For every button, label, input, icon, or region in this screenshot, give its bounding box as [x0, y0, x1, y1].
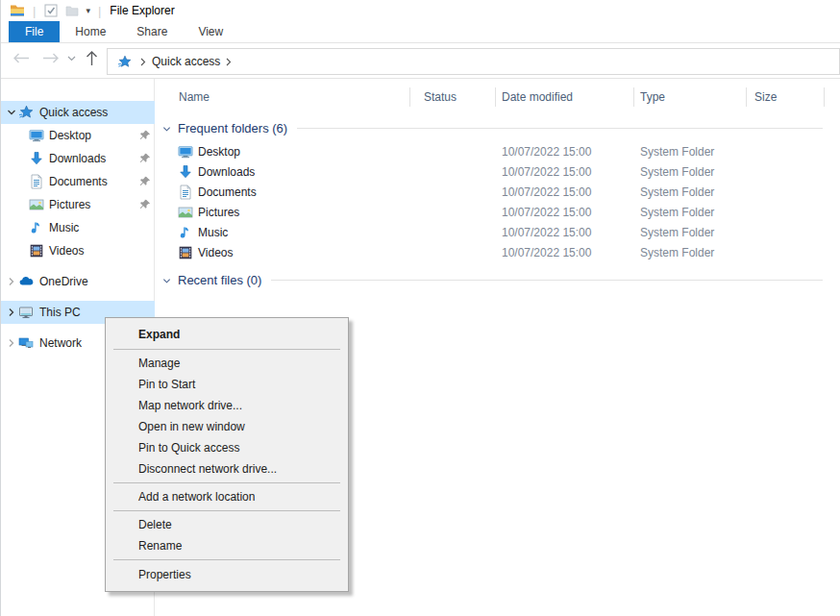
- file-date-modified: 10/07/2022 15:00: [502, 185, 591, 199]
- sidebar-item-videos[interactable]: Videos: [1, 239, 155, 262]
- file-date-modified: 10/07/2022 15:00: [502, 145, 591, 159]
- file-date-modified: 10/07/2022 15:00: [502, 206, 591, 219]
- tab-share[interactable]: Share: [121, 21, 183, 42]
- qat-dropdown-icon[interactable]: ▾: [86, 6, 90, 15]
- menu-item-open-in-new-window[interactable]: Open in new window: [106, 416, 348, 437]
- column-header-type[interactable]: Type: [640, 90, 665, 104]
- column-header-size[interactable]: Size: [754, 90, 777, 104]
- file-type: System Folder: [640, 206, 714, 219]
- sidebar-item-desktop[interactable]: Desktop: [1, 124, 155, 147]
- sidebar-item-downloads[interactable]: Downloads: [1, 147, 155, 170]
- column-divider[interactable]: [746, 87, 747, 107]
- file-date-modified: 10/07/2022 15:00: [502, 165, 591, 179]
- pin-icon: [139, 199, 151, 210]
- column-divider[interactable]: [633, 87, 634, 107]
- menu-item-disconnect-network-drive[interactable]: Disconnect network drive...: [106, 458, 348, 480]
- menu-separator: [113, 559, 340, 560]
- menu-item-pin-to-quick-access[interactable]: Pin to Quick access: [106, 437, 348, 458]
- pictures-icon: [29, 197, 44, 212]
- music-icon: [29, 220, 44, 235]
- titlebar-separator: |: [33, 4, 36, 18]
- file-row-music[interactable]: Music 10/07/2022 15:00 System Folder: [156, 223, 840, 243]
- navigation-bar: Quick access: [1, 43, 840, 79]
- quick-access-star-icon: [116, 54, 132, 69]
- column-divider[interactable]: [409, 87, 410, 107]
- group-header-recent-files[interactable]: Recent files (0): [156, 271, 823, 288]
- group-header-frequent-folders[interactable]: Frequent folders (6): [156, 119, 823, 136]
- sidebar-item-music[interactable]: Music: [1, 216, 155, 239]
- properties-icon[interactable]: [43, 3, 59, 18]
- file-name: Downloads: [198, 165, 255, 179]
- up-icon[interactable]: [86, 50, 98, 66]
- file-row-downloads[interactable]: Downloads 10/07/2022 15:00 System Folder: [156, 162, 840, 183]
- menu-item-rename[interactable]: Rename: [106, 535, 348, 556]
- sidebar-item-pictures[interactable]: Pictures: [1, 193, 155, 216]
- quick-access-star-icon: [18, 105, 34, 120]
- chevron-right-icon[interactable]: [6, 307, 17, 318]
- column-header-date-modified[interactable]: Date modified: [502, 90, 573, 104]
- menu-item-delete[interactable]: Delete: [106, 514, 348, 535]
- column-header-name[interactable]: Name: [179, 90, 210, 104]
- this-pc-context-menu: Expand Manage Pin to Start Map network d…: [105, 317, 349, 592]
- recent-locations-dropdown-icon[interactable]: [67, 56, 76, 62]
- chevron-down-icon[interactable]: [162, 277, 171, 285]
- column-divider[interactable]: [824, 87, 825, 107]
- file-row-desktop[interactable]: Desktop 10/07/2022 15:00 System Folder: [156, 142, 840, 162]
- onedrive-cloud-icon: [18, 274, 34, 289]
- file-type: System Folder: [640, 185, 714, 199]
- sidebar-item-label: Pictures: [49, 198, 90, 211]
- tab-view[interactable]: View: [183, 21, 238, 42]
- file-type: System Folder: [640, 226, 714, 239]
- column-header-status[interactable]: Status: [424, 90, 457, 104]
- menu-item-pin-to-start[interactable]: Pin to Start: [106, 374, 348, 395]
- file-row-documents[interactable]: Documents 10/07/2022 15:00 System Folder: [156, 183, 840, 203]
- file-row-videos[interactable]: Videos 10/07/2022 15:00 System Folder: [156, 243, 840, 263]
- sidebar-item-label: Music: [49, 221, 79, 234]
- menu-item-expand[interactable]: Expand: [106, 323, 348, 346]
- file-name: Videos: [198, 246, 233, 259]
- videos-icon: [29, 243, 44, 259]
- this-pc-icon: [18, 305, 34, 320]
- breadcrumb-chevron-icon[interactable]: [226, 58, 232, 66]
- sidebar-item-quick-access[interactable]: Quick access: [1, 101, 155, 124]
- menu-separator: [113, 349, 340, 350]
- pin-icon: [139, 176, 151, 187]
- sidebar-item-label: Downloads: [49, 152, 106, 165]
- group-header-label: Recent files (0): [178, 273, 261, 287]
- address-bar[interactable]: Quick access: [107, 48, 840, 75]
- file-row-pictures[interactable]: Pictures 10/07/2022 15:00 System Folder: [156, 203, 840, 223]
- chevron-right-icon[interactable]: [6, 276, 17, 287]
- group-header-line: [297, 128, 823, 129]
- breadcrumb-quick-access[interactable]: Quick access: [152, 55, 220, 68]
- file-type: System Folder: [640, 246, 714, 259]
- column-divider[interactable]: [495, 87, 496, 107]
- music-icon: [178, 225, 193, 240]
- menu-item-add-network-location[interactable]: Add a network location: [106, 486, 348, 507]
- file-name: Pictures: [198, 206, 239, 219]
- tab-home[interactable]: Home: [60, 21, 121, 42]
- pin-icon: [139, 153, 151, 164]
- downloads-icon: [178, 164, 193, 180]
- breadcrumb-chevron-icon[interactable]: [140, 58, 146, 66]
- chevron-down-icon[interactable]: [162, 125, 171, 134]
- group-header-line: [271, 280, 823, 281]
- file-date-modified: 10/07/2022 15:00: [502, 226, 591, 239]
- tab-file[interactable]: File: [9, 21, 60, 42]
- menu-item-manage[interactable]: Manage: [106, 353, 348, 374]
- new-folder-icon[interactable]: [64, 3, 80, 18]
- forward-icon[interactable]: [42, 52, 60, 64]
- downloads-icon: [29, 151, 44, 166]
- group-header-label: Frequent folders (6): [178, 121, 287, 136]
- file-name: Documents: [198, 185, 257, 199]
- sidebar-item-label: Network: [39, 336, 82, 350]
- chevron-right-icon[interactable]: [6, 337, 17, 349]
- chevron-down-icon[interactable]: [6, 107, 17, 118]
- sidebar-item-documents[interactable]: Documents: [1, 170, 155, 193]
- window-title: File Explorer: [110, 4, 174, 17]
- sidebar-item-onedrive[interactable]: OneDrive: [1, 270, 155, 293]
- desktop-icon: [29, 128, 44, 143]
- title-bar: | ▾ | File Explorer: [1, 0, 840, 21]
- menu-item-map-network-drive[interactable]: Map network drive...: [106, 395, 348, 416]
- menu-item-properties[interactable]: Properties: [106, 563, 348, 586]
- back-icon[interactable]: [12, 52, 30, 64]
